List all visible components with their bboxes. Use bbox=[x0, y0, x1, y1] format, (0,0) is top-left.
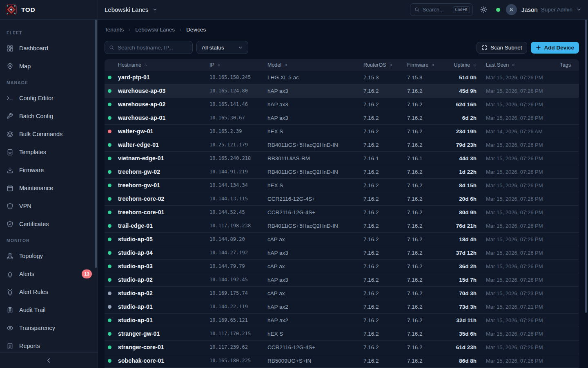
global-search[interactable]: Cmd+K bbox=[410, 3, 473, 16]
sidebar-item-label: Transparency bbox=[19, 325, 55, 331]
column-header-routeros[interactable]: RouterOS bbox=[363, 62, 407, 68]
column-header-hostname[interactable]: Hostname bbox=[105, 62, 209, 68]
sidebar-item-batch-config[interactable]: Batch Config bbox=[0, 107, 98, 125]
table-row[interactable]: studio-ap-0310.144.79.79cAP ax7.16.27.16… bbox=[105, 260, 579, 273]
tenant-name: Lebowski Lanes bbox=[105, 6, 149, 13]
table-row[interactable]: studio-ap-0410.144.27.192hAP ax37.16.27.… bbox=[105, 246, 579, 260]
device-last-seen: Mar 15, 2026, 07:26 PM bbox=[477, 236, 558, 242]
sidebar-item-audit-trail[interactable]: Audit Trail bbox=[0, 301, 98, 319]
table-row[interactable]: studio-ap-0110.169.65.121hAP ax27.16.27.… bbox=[105, 314, 579, 327]
table-row[interactable]: sobchak-core-0110.165.180.225RB5009UG+S+… bbox=[105, 354, 579, 368]
device-uptime: 8d 15h bbox=[450, 182, 477, 188]
user-role: Super Admin bbox=[541, 7, 572, 13]
breadcrumb-item-tenants[interactable]: Tenants bbox=[105, 27, 124, 33]
sidebar-item-firmware[interactable]: Firmware bbox=[0, 161, 98, 179]
table-row[interactable]: stranger-core-0110.117.239.62CCR2116-12G… bbox=[105, 341, 579, 354]
tenant-switcher[interactable]: Lebowski Lanes bbox=[105, 6, 158, 13]
device-last-seen: Mar 15, 2026, 07:26 PM bbox=[477, 88, 558, 94]
sidebar-item-label: Certificates bbox=[19, 221, 49, 227]
table-row[interactable]: treehorn-core-0110.144.52.45CCR2116-12G-… bbox=[105, 206, 579, 219]
sidebar-item-topology[interactable]: Topology bbox=[0, 247, 98, 265]
sidebar-item-dashboard[interactable]: Dashboard bbox=[0, 39, 98, 57]
device-search[interactable] bbox=[105, 41, 193, 54]
sidebar-item-templates[interactable]: Templates bbox=[0, 143, 98, 161]
table-row[interactable]: studio-ap-0110.144.22.119hAP ax27.16.27.… bbox=[105, 300, 579, 314]
device-ip: 10.144.91.219 bbox=[209, 169, 267, 175]
sun-icon[interactable] bbox=[480, 6, 487, 13]
breadcrumb-item-lebowski-lanes[interactable]: Lebowski Lanes bbox=[135, 27, 175, 33]
device-hostname: warehouse-ap-02 bbox=[118, 101, 165, 108]
column-header-firmware[interactable]: Firmware bbox=[407, 62, 450, 68]
sidebar-scrollbar[interactable] bbox=[95, 20, 97, 268]
device-model: RB5009UG+S+IN bbox=[267, 358, 363, 364]
scan-subnet-button[interactable]: Scan Subnet bbox=[477, 42, 527, 54]
column-header-last-seen[interactable]: Last Seen bbox=[477, 62, 558, 68]
add-device-button[interactable]: Add Device bbox=[531, 42, 579, 54]
shield-icon bbox=[7, 203, 13, 210]
page-scrollbar[interactable] bbox=[585, 20, 587, 313]
table-row[interactable]: studio-ap-0510.144.89.20cAP ax7.16.27.16… bbox=[105, 233, 579, 246]
user-menu-chevron-icon[interactable] bbox=[576, 7, 581, 12]
device-last-seen: Mar 15, 2026, 07:26 PM bbox=[477, 250, 558, 256]
device-firmware: 7.16.2 bbox=[407, 88, 450, 94]
sidebar-item-alerts[interactable]: Alerts13 bbox=[0, 265, 98, 283]
eye-icon bbox=[7, 325, 13, 332]
device-last-seen: Mar 15, 2026, 07:23 PM bbox=[477, 290, 558, 296]
device-hostname: sobchak-core-01 bbox=[118, 357, 164, 364]
sidebar-item-vpn[interactable]: VPN bbox=[0, 197, 98, 215]
device-search-input[interactable] bbox=[118, 45, 188, 51]
device-hostname: treehorn-core-02 bbox=[118, 195, 165, 202]
global-search-input[interactable] bbox=[423, 7, 450, 13]
sidebar-item-config-editor[interactable]: Config Editor bbox=[0, 89, 98, 107]
table-row[interactable]: yard-ptp-0110.165.158.245LHG XL 5 ac7.15… bbox=[105, 71, 579, 84]
sidebar-item-label: Config Editor bbox=[19, 95, 53, 101]
column-label: IP bbox=[209, 62, 214, 68]
search-shortcut-badge: Cmd+K bbox=[453, 6, 470, 13]
status-dot-unknown bbox=[108, 305, 111, 309]
column-header-model[interactable]: Model bbox=[267, 62, 363, 68]
sidebar-item-label: Audit Trail bbox=[19, 307, 45, 313]
table-row[interactable]: trail-edge-0110.117.198.238RB4011iGS+5Ha… bbox=[105, 219, 579, 233]
status-dot-unknown bbox=[108, 292, 111, 295]
sidebar-item-reports[interactable]: Reports bbox=[0, 337, 98, 352]
table-row[interactable]: studio-ap-0210.169.175.74cAP ax7.16.27.1… bbox=[105, 287, 579, 300]
device-last-seen: Mar 15, 2026, 07:26 PM bbox=[477, 358, 558, 364]
device-hostname: treehorn-core-01 bbox=[118, 209, 165, 215]
sidebar-item-map[interactable]: Map bbox=[0, 57, 98, 75]
device-hostname: studio-ap-01 bbox=[118, 317, 153, 323]
column-header-ip[interactable]: IP bbox=[209, 62, 267, 68]
table-row[interactable]: walter-edge-0110.25.121.179RB4011iGS+5Ha… bbox=[105, 138, 579, 152]
device-last-seen: Mar 15, 2026, 07:26 PM bbox=[477, 115, 558, 121]
sidebar-item-certificates[interactable]: Certificates bbox=[0, 215, 98, 233]
device-ip: 10.169.175.74 bbox=[209, 290, 267, 296]
collapse-sidebar-icon[interactable] bbox=[45, 357, 52, 364]
sort-both-icon bbox=[389, 63, 393, 67]
table-row[interactable]: treehorn-gw-0110.144.134.34hEX S7.16.27.… bbox=[105, 179, 579, 192]
table-row[interactable]: stranger-gw-0110.117.170.215hEX S7.16.27… bbox=[105, 327, 579, 341]
table-row[interactable]: warehouse-ap-0210.165.141.46hAP ax37.16.… bbox=[105, 98, 579, 111]
table-row[interactable]: vietnam-edge-0110.165.240.218RB3011UiAS-… bbox=[105, 152, 579, 165]
column-header-uptime[interactable]: Uptime bbox=[450, 62, 477, 68]
device-ip: 10.144.134.34 bbox=[209, 182, 267, 188]
clipboard-icon bbox=[7, 307, 13, 314]
table-row[interactable]: warehouse-ap-0310.165.124.80hAP ax37.16.… bbox=[105, 84, 579, 98]
device-hostname: walter-gw-01 bbox=[118, 128, 153, 135]
table-row[interactable]: warehouse-ap-0110.165.30.67hAP ax37.16.2… bbox=[105, 111, 579, 125]
sidebar-item-transparency[interactable]: Transparency bbox=[0, 319, 98, 337]
status-filter-select[interactable]: All status bbox=[196, 41, 248, 54]
template-file-icon bbox=[7, 149, 13, 156]
device-uptime: 44d 3h bbox=[450, 155, 477, 162]
sidebar-item-bulk-commands[interactable]: Bulk Commands bbox=[0, 125, 98, 143]
sidebar-item-maintenance[interactable]: Maintenance bbox=[0, 179, 98, 197]
table-row[interactable]: studio-ap-0210.144.192.45hAP ax37.16.27.… bbox=[105, 273, 579, 287]
device-hostname: walter-edge-01 bbox=[118, 141, 159, 148]
breadcrumb-item-devices: Devices bbox=[186, 27, 206, 33]
plus-icon bbox=[536, 45, 541, 50]
device-hostname: treehorn-gw-01 bbox=[118, 182, 160, 188]
table-row[interactable]: treehorn-gw-0210.144.91.219RB4011iGS+5Ha… bbox=[105, 165, 579, 179]
status-dot-online bbox=[108, 359, 111, 363]
avatar[interactable] bbox=[506, 4, 517, 15]
table-row[interactable]: walter-gw-0110.165.2.39hEX S7.16.27.16.2… bbox=[105, 125, 579, 138]
table-row[interactable]: treehorn-core-0210.144.13.115CCR2116-12G… bbox=[105, 192, 579, 206]
sidebar-item-alert-rules[interactable]: Alert Rules bbox=[0, 283, 98, 301]
